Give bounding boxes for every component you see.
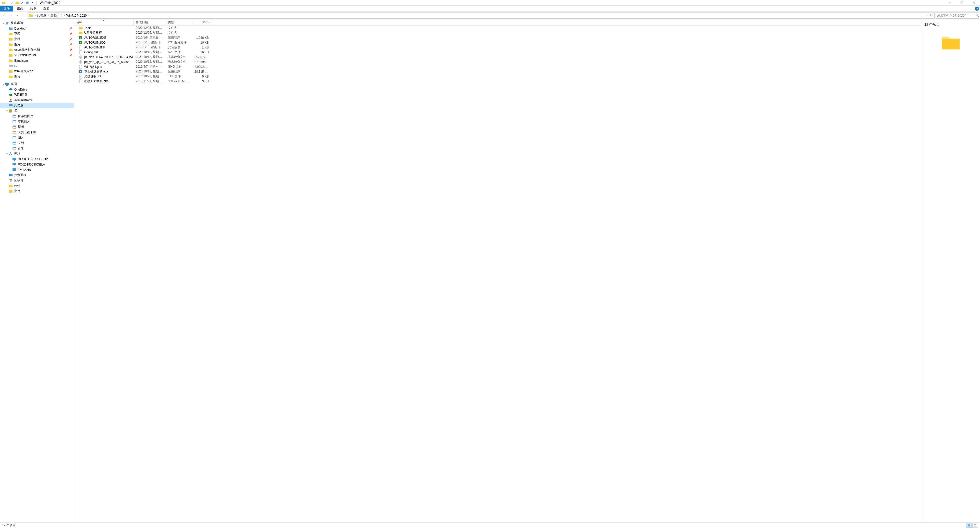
file-row[interactable]: 硬盘安装教程.html2016/11/21, 星期一 2...360 se HT… — [74, 79, 921, 84]
sidebar-item[interactable]: DESKTOP-LSSOEDP — [0, 156, 74, 162]
svg-rect-17 — [13, 121, 16, 121]
sidebar-item[interactable]: OneDrive — [0, 87, 74, 92]
folder-small-icon[interactable] — [15, 1, 19, 5]
dropdown-icon[interactable]: ▾ — [30, 1, 35, 5]
sidebar-item[interactable]: 保存的图片 — [0, 114, 74, 119]
nav-up-button[interactable]: ↑ — [21, 13, 27, 19]
view-icons-button[interactable] — [972, 523, 978, 528]
sidebar-item[interactable]: ZMT2019 — [0, 167, 74, 173]
chevron-right-icon[interactable]: › — [87, 14, 90, 17]
sidebar-item-label: 天翼云盘下载 — [18, 130, 72, 135]
sidebar-item[interactable]: 音乐 — [0, 146, 74, 151]
sidebar-item[interactable]: YUNQISHI2019📌 — [0, 52, 74, 58]
search-input[interactable] — [937, 14, 975, 17]
chevron-icon[interactable]: ▾ — [2, 82, 5, 86]
file-size: 279,696 KB — [192, 60, 211, 64]
sidebar-item[interactable]: 图片 — [0, 135, 74, 140]
tab-home[interactable]: 主页 — [13, 6, 27, 11]
chevron-right-icon[interactable]: › — [47, 14, 50, 17]
file-row[interactable]: 本地硬盘安装.exe2020/10/12, 星期一 1...应用程序28,315… — [74, 69, 921, 74]
sidebar-item[interactable]: 下载📌 — [0, 31, 74, 36]
file-row[interactable]: Config.dat2020/10/12, 星期一 1...DAT 文件36 K… — [74, 50, 921, 55]
checkmark-icon[interactable]: ✓ — [10, 1, 14, 5]
file-row[interactable]: 光盘说明.TXT2016/10/23, 星期日 0...TXT 文件5 KB — [74, 74, 921, 79]
sidebar-item[interactable]: ▾桌面 — [0, 81, 74, 87]
sidebar-item[interactable]: 视频 — [0, 124, 74, 130]
sidebar-item[interactable]: 图片 — [0, 74, 74, 79]
file-row[interactable]: pe_yqs_1064_20_07_31_16_04.iso2020/10/12… — [74, 55, 921, 59]
nav-recent-dropdown[interactable]: ▾ — [14, 13, 21, 19]
sidebar-item[interactable]: 控制面板 — [0, 173, 74, 178]
sidebar-item[interactable]: 此电脑 — [0, 103, 74, 108]
file-rows[interactable]: Tools2020/12/25, 星期五 1...文件夹U盘安装教程2020/1… — [74, 25, 921, 522]
sidebar-item[interactable]: 文档📌 — [0, 36, 74, 42]
sidebar-item[interactable]: WPS网盘 — [0, 92, 74, 97]
file-row[interactable]: AUTORUN.INF2015/5/10, 星期日 02...安装信息1 KB — [74, 45, 921, 50]
nav-back-button[interactable]: ← — [1, 13, 7, 19]
close-button[interactable] — [968, 0, 980, 6]
details-pane: 12 个项目 — [921, 19, 980, 522]
lib-icon — [12, 114, 16, 118]
sidebar-item[interactable]: ▾库 — [0, 108, 74, 114]
maximize-button[interactable] — [956, 0, 968, 6]
chevron-icon[interactable]: ▾ — [5, 152, 9, 155]
sidebar-item[interactable]: win7重装win7 — [0, 69, 74, 74]
pin-icon: 📌 — [69, 32, 72, 35]
sidebar-item[interactable]: 本机照片 — [0, 119, 74, 124]
expand-ribbon-icon[interactable]: ⌄ — [971, 7, 973, 10]
address-dropdown-icon[interactable]: ⌄ — [926, 14, 928, 17]
sidebar-item-label: 快速访问 — [11, 21, 72, 25]
sidebar-item[interactable]: 软件 — [0, 183, 74, 189]
sidebar-item-label: 音乐 — [18, 146, 72, 151]
sidebar-item[interactable]: 天翼云盘下载 — [0, 130, 74, 135]
folder-icon — [29, 14, 33, 17]
sidebar-item[interactable]: ▾快速访问 — [0, 21, 74, 26]
column-header-type[interactable]: 类型 — [166, 19, 192, 25]
file-row[interactable]: pe_yqs_xp_20_07_31_15_53.iso2020/10/12, … — [74, 59, 921, 64]
chevron-icon[interactable]: ▾ — [5, 109, 9, 112]
sidebar-item[interactable]: 文件 — [0, 189, 74, 194]
file-date: 2016/11/21, 星期一 2... — [134, 79, 166, 83]
sidebar-item[interactable]: excel表格制作求和📌 — [0, 47, 74, 52]
file-row[interactable]: Win7x64.gho2019/9/7, 星期六 19:...GHO 文件2,9… — [74, 64, 921, 69]
pc-icon — [12, 157, 16, 161]
sidebar-item[interactable]: Bandicam — [0, 58, 74, 63]
sidebar-item[interactable]: 图片📌 — [0, 42, 74, 47]
file-type: 文件夹 — [166, 26, 192, 30]
tab-share[interactable]: 共享 — [27, 6, 40, 11]
file-row[interactable]: AUTORUN.EXE2016/1/8, 星期五 04:...应用程序1,926… — [74, 35, 921, 40]
chevron-right-icon[interactable]: › — [63, 14, 65, 17]
column-header-name[interactable]: 名称 ▲ — [74, 19, 134, 25]
tab-file[interactable]: 文件 — [0, 6, 13, 11]
breadcrumb-item[interactable]: 此电脑 — [37, 13, 47, 17]
minimize-button[interactable] — [944, 0, 956, 6]
chevron-right-icon[interactable]: › — [34, 14, 37, 17]
breadcrumb-item[interactable]: Win7x64_2020 — [66, 14, 87, 17]
view-details-button[interactable] — [966, 523, 972, 528]
file-row[interactable]: Tools2020/12/25, 星期五 1...文件夹 — [74, 25, 921, 30]
refresh-icon[interactable]: ↻ — [930, 14, 932, 17]
search-box[interactable]: 🔍 — [935, 13, 979, 19]
file-row[interactable]: U盘安装教程2020/12/25, 星期五 1...文件夹 — [74, 30, 921, 35]
search-icon[interactable]: 🔍 — [975, 14, 979, 17]
sidebar-item[interactable]: Desktop📌 — [0, 26, 74, 31]
breadcrumb-item[interactable]: 文档 (E:) — [50, 13, 63, 17]
navigation-pane[interactable]: ▾快速访问Desktop📌下载📌文档📌图片📌excel表格制作求和📌YUNQIS… — [0, 19, 74, 522]
inf-icon — [79, 45, 83, 49]
svg-point-43 — [80, 42, 81, 43]
nav-forward-button[interactable]: → — [8, 13, 14, 19]
column-header-date[interactable]: 修改日期 — [134, 19, 166, 25]
address-bar[interactable]: › 此电脑 › 文档 (E:) › Win7x64_2020 › ⌄ ↻ — [27, 13, 935, 19]
tab-view[interactable]: 查看 — [40, 6, 53, 11]
sidebar-item[interactable]: 文档 — [0, 140, 74, 146]
chevron-icon[interactable]: ▾ — [2, 22, 5, 24]
file-row[interactable]: AUTORUN.ICO2015/5/10, 星期日 02...ICO 图片文件1… — [74, 40, 921, 45]
sidebar-item[interactable]: Administrator — [0, 97, 74, 103]
close-tab-icon[interactable]: ✕ — [20, 1, 24, 5]
sidebar-item[interactable]: ▾网络 — [0, 151, 74, 156]
sidebar-item[interactable]: 回收站 — [0, 178, 74, 183]
sidebar-item[interactable]: G:\ — [0, 63, 74, 69]
column-header-size[interactable]: 大小 — [192, 19, 211, 25]
sidebar-item[interactable]: PC-20190530OBLA — [0, 162, 74, 167]
help-icon[interactable]: ? — [975, 6, 979, 11]
